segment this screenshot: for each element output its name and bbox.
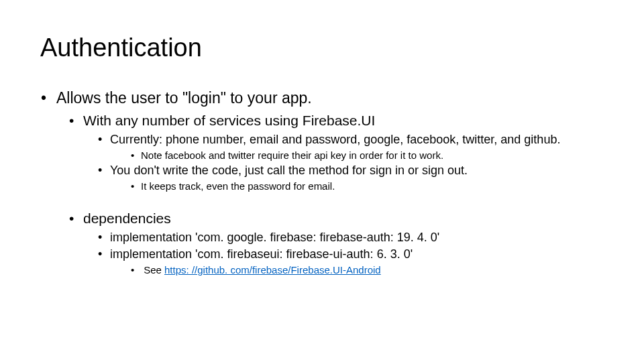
bullet-level3: You don't write the code, just call the … — [110, 164, 604, 178]
bullet-level2: dependencies — [83, 210, 604, 227]
spacer — [40, 194, 604, 210]
bullet-level3: Currently: phone number, email and passw… — [110, 133, 604, 147]
bullet-level3: implementation 'com. google. firebase: f… — [110, 231, 604, 245]
github-link[interactable]: https: //github. com/firebase/Firebase.U… — [164, 264, 381, 276]
slide-title: Authentication — [40, 34, 604, 62]
slide: { "title": "Authentication", "lines": { … — [0, 0, 644, 362]
bullet-level2: With any number of services using Fireba… — [83, 113, 604, 129]
see-prefix: See — [144, 264, 164, 276]
bullet-level4: It keeps track, even the password for em… — [141, 180, 604, 192]
bullet-level3: implementation 'com. firebaseui: firebas… — [110, 247, 604, 261]
bullet-level1: Allows the user to "login" to your app. — [56, 89, 604, 107]
bullet-level4: See https: //github. com/firebase/Fireba… — [141, 264, 604, 276]
bullet-list: dependencies implementation 'com. google… — [40, 210, 604, 276]
bullet-list: Allows the user to "login" to your app. … — [40, 89, 604, 192]
bullet-level4: Note facebook and twitter require their … — [141, 149, 604, 161]
